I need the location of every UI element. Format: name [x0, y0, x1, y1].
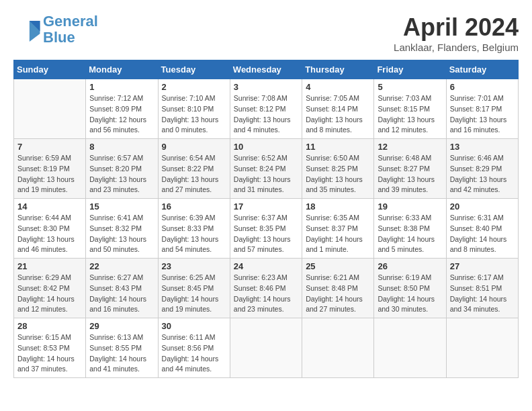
day-info: Sunrise: 6:41 AM Sunset: 8:32 PM Dayligh…	[89, 213, 154, 255]
day-info: Sunrise: 6:23 AM Sunset: 8:46 PM Dayligh…	[234, 273, 298, 315]
column-header-wednesday: Wednesday	[230, 60, 302, 79]
calendar-cell: 29Sunrise: 6:13 AM Sunset: 8:55 PM Dayli…	[86, 318, 158, 378]
calendar-cell: 25Sunrise: 6:21 AM Sunset: 8:48 PM Dayli…	[302, 259, 374, 318]
day-info: Sunrise: 7:01 AM Sunset: 8:17 PM Dayligh…	[450, 93, 515, 136]
day-info: Sunrise: 6:59 AM Sunset: 8:19 PM Dayligh…	[17, 153, 82, 195]
calendar-cell	[446, 318, 518, 378]
day-number: 11	[306, 142, 370, 152]
day-number: 20	[450, 201, 515, 212]
day-number: 25	[306, 261, 370, 271]
day-info: Sunrise: 6:44 AM Sunset: 8:30 PM Dayligh…	[17, 213, 82, 255]
day-info: Sunrise: 6:57 AM Sunset: 8:20 PM Dayligh…	[89, 153, 154, 195]
calendar-week-2: 7Sunrise: 6:59 AM Sunset: 8:19 PM Daylig…	[14, 139, 519, 199]
day-info: Sunrise: 7:03 AM Sunset: 8:15 PM Dayligh…	[378, 93, 442, 136]
day-info: Sunrise: 6:27 AM Sunset: 8:43 PM Dayligh…	[89, 273, 154, 315]
calendar-week-4: 21Sunrise: 6:29 AM Sunset: 8:42 PM Dayli…	[14, 259, 519, 318]
column-header-friday: Friday	[374, 60, 446, 79]
day-number: 12	[378, 142, 442, 152]
calendar-cell: 9Sunrise: 6:54 AM Sunset: 8:22 PM Daylig…	[158, 139, 230, 199]
day-number: 28	[17, 321, 82, 331]
calendar-cell: 5Sunrise: 7:03 AM Sunset: 8:15 PM Daylig…	[374, 79, 446, 139]
day-info: Sunrise: 6:25 AM Sunset: 8:45 PM Dayligh…	[162, 273, 226, 315]
calendar-cell: 26Sunrise: 6:19 AM Sunset: 8:50 PM Dayli…	[374, 259, 446, 318]
day-number: 30	[162, 321, 226, 331]
logo-icon	[13, 18, 40, 42]
day-number: 22	[89, 261, 154, 271]
title-block: April 2024 Lanklaar, Flanders, Belgium	[394, 13, 519, 53]
day-info: Sunrise: 6:15 AM Sunset: 8:53 PM Dayligh…	[17, 332, 82, 375]
day-number: 1	[89, 82, 154, 92]
column-header-saturday: Saturday	[446, 60, 518, 79]
day-number: 5	[378, 82, 442, 92]
day-info: Sunrise: 7:08 AM Sunset: 8:12 PM Dayligh…	[234, 93, 298, 136]
day-info: Sunrise: 6:21 AM Sunset: 8:48 PM Dayligh…	[306, 273, 370, 315]
calendar-cell: 27Sunrise: 6:17 AM Sunset: 8:51 PM Dayli…	[446, 259, 518, 318]
calendar-cell: 30Sunrise: 6:11 AM Sunset: 8:56 PM Dayli…	[158, 318, 230, 378]
logo-line1: General	[43, 13, 98, 30]
calendar-cell: 7Sunrise: 6:59 AM Sunset: 8:19 PM Daylig…	[14, 139, 86, 199]
column-header-tuesday: Tuesday	[158, 60, 230, 79]
column-header-sunday: Sunday	[14, 60, 86, 79]
day-info: Sunrise: 7:10 AM Sunset: 8:10 PM Dayligh…	[162, 93, 226, 136]
day-number: 4	[306, 82, 370, 92]
logo-line2: Blue	[43, 29, 75, 46]
day-number: 9	[162, 142, 226, 152]
day-number: 17	[234, 201, 298, 212]
day-info: Sunrise: 6:19 AM Sunset: 8:50 PM Dayligh…	[378, 273, 442, 315]
day-number: 18	[306, 201, 370, 212]
column-header-monday: Monday	[86, 60, 158, 79]
day-number: 3	[234, 82, 298, 92]
calendar-cell: 3Sunrise: 7:08 AM Sunset: 8:12 PM Daylig…	[230, 79, 302, 139]
day-info: Sunrise: 6:29 AM Sunset: 8:42 PM Dayligh…	[17, 273, 82, 315]
day-number: 8	[89, 142, 154, 152]
calendar-cell: 13Sunrise: 6:46 AM Sunset: 8:29 PM Dayli…	[446, 139, 518, 199]
calendar-cell: 15Sunrise: 6:41 AM Sunset: 8:32 PM Dayli…	[86, 199, 158, 259]
calendar-cell: 18Sunrise: 6:35 AM Sunset: 8:37 PM Dayli…	[302, 199, 374, 259]
calendar-cell	[14, 79, 86, 139]
calendar-cell	[302, 318, 374, 378]
day-info: Sunrise: 6:17 AM Sunset: 8:51 PM Dayligh…	[450, 273, 515, 315]
day-info: Sunrise: 6:50 AM Sunset: 8:25 PM Dayligh…	[306, 153, 370, 195]
calendar-cell: 20Sunrise: 6:31 AM Sunset: 8:40 PM Dayli…	[446, 199, 518, 259]
calendar-cell: 21Sunrise: 6:29 AM Sunset: 8:42 PM Dayli…	[14, 259, 86, 318]
day-number: 2	[162, 82, 226, 92]
column-header-thursday: Thursday	[302, 60, 374, 79]
calendar-cell: 23Sunrise: 6:25 AM Sunset: 8:45 PM Dayli…	[158, 259, 230, 318]
calendar-cell: 11Sunrise: 6:50 AM Sunset: 8:25 PM Dayli…	[302, 139, 374, 199]
day-info: Sunrise: 6:11 AM Sunset: 8:56 PM Dayligh…	[162, 332, 226, 375]
day-number: 23	[162, 261, 226, 271]
day-number: 13	[450, 142, 515, 152]
day-number: 6	[450, 82, 515, 92]
day-info: Sunrise: 6:31 AM Sunset: 8:40 PM Dayligh…	[450, 213, 515, 255]
calendar-week-3: 14Sunrise: 6:44 AM Sunset: 8:30 PM Dayli…	[14, 199, 519, 259]
calendar-cell: 17Sunrise: 6:37 AM Sunset: 8:35 PM Dayli…	[230, 199, 302, 259]
day-number: 7	[17, 142, 82, 152]
day-number: 21	[17, 261, 82, 271]
day-number: 15	[89, 201, 154, 212]
day-number: 24	[234, 261, 298, 271]
calendar-week-1: 1Sunrise: 7:12 AM Sunset: 8:09 PM Daylig…	[14, 79, 519, 139]
calendar-table: SundayMondayTuesdayWednesdayThursdayFrid…	[13, 60, 519, 378]
location-subtitle: Lanklaar, Flanders, Belgium	[394, 42, 519, 53]
calendar-cell: 22Sunrise: 6:27 AM Sunset: 8:43 PM Dayli…	[86, 259, 158, 318]
calendar-week-5: 28Sunrise: 6:15 AM Sunset: 8:53 PM Dayli…	[14, 318, 519, 378]
day-info: Sunrise: 6:35 AM Sunset: 8:37 PM Dayligh…	[306, 213, 370, 255]
calendar-header-row: SundayMondayTuesdayWednesdayThursdayFrid…	[14, 60, 519, 79]
day-number: 19	[378, 201, 442, 212]
day-info: Sunrise: 6:33 AM Sunset: 8:38 PM Dayligh…	[378, 213, 442, 255]
day-info: Sunrise: 6:48 AM Sunset: 8:27 PM Dayligh…	[378, 153, 442, 195]
day-info: Sunrise: 6:39 AM Sunset: 8:33 PM Dayligh…	[162, 213, 226, 255]
calendar-cell: 14Sunrise: 6:44 AM Sunset: 8:30 PM Dayli…	[14, 199, 86, 259]
day-number: 26	[378, 261, 442, 271]
calendar-cell: 19Sunrise: 6:33 AM Sunset: 8:38 PM Dayli…	[374, 199, 446, 259]
calendar-cell: 2Sunrise: 7:10 AM Sunset: 8:10 PM Daylig…	[158, 79, 230, 139]
calendar-cell: 12Sunrise: 6:48 AM Sunset: 8:27 PM Dayli…	[374, 139, 446, 199]
calendar-cell: 4Sunrise: 7:05 AM Sunset: 8:14 PM Daylig…	[302, 79, 374, 139]
calendar-cell: 16Sunrise: 6:39 AM Sunset: 8:33 PM Dayli…	[158, 199, 230, 259]
calendar-cell: 6Sunrise: 7:01 AM Sunset: 8:17 PM Daylig…	[446, 79, 518, 139]
logo: General Blue	[13, 13, 98, 46]
calendar-cell: 24Sunrise: 6:23 AM Sunset: 8:46 PM Dayli…	[230, 259, 302, 318]
month-title: April 2024	[394, 13, 519, 42]
calendar-cell: 8Sunrise: 6:57 AM Sunset: 8:20 PM Daylig…	[86, 139, 158, 199]
calendar-cell: 28Sunrise: 6:15 AM Sunset: 8:53 PM Dayli…	[14, 318, 86, 378]
